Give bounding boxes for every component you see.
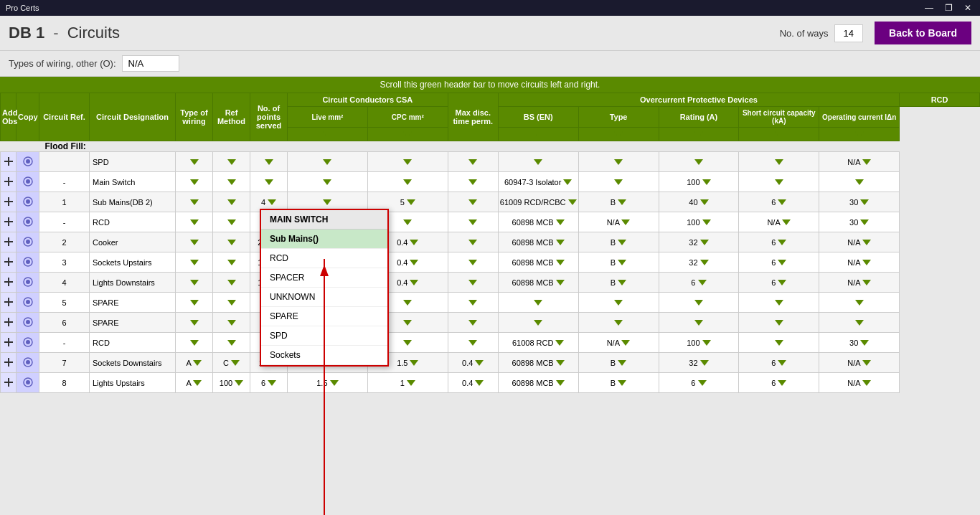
row-add-2[interactable] xyxy=(1,192,17,212)
row-copy-4[interactable] xyxy=(17,232,39,252)
row-refmethod-9[interactable] xyxy=(213,333,250,353)
row-copy-9[interactable] xyxy=(17,333,39,353)
row-copy-5[interactable] xyxy=(17,252,39,273)
row-maxdisc-4[interactable] xyxy=(448,232,498,252)
row-rating-7[interactable] xyxy=(659,293,739,313)
row-type-10[interactable]: A xyxy=(176,353,213,373)
row-copy-7[interactable] xyxy=(17,293,39,313)
row-add-3[interactable] xyxy=(1,212,17,232)
back-to-board-button[interactable]: Back to Board xyxy=(875,22,971,44)
row-cpc-11[interactable]: 1 xyxy=(367,373,448,393)
row-bs-7[interactable] xyxy=(498,293,578,313)
row-type2-8[interactable] xyxy=(578,313,659,333)
bs-sort[interactable] xyxy=(498,128,578,141)
row-shortcircuit-1[interactable] xyxy=(739,172,819,192)
row-shortcircuit-9[interactable] xyxy=(739,333,819,353)
row-rating-3[interactable]: 100 xyxy=(659,212,739,232)
row-refmethod-6[interactable] xyxy=(213,273,250,293)
wiring-value[interactable]: N/A xyxy=(122,55,179,72)
row-operating-10[interactable]: N/A xyxy=(819,353,900,373)
row-refmethod-2[interactable] xyxy=(213,192,250,212)
type-sort[interactable] xyxy=(578,128,659,141)
row-type-6[interactable] xyxy=(176,273,213,293)
row-rating-6[interactable]: 6 xyxy=(659,273,739,293)
live-sort[interactable] xyxy=(288,128,368,141)
row-type-3[interactable] xyxy=(176,212,213,232)
row-shortcircuit-11[interactable]: 6 xyxy=(739,373,819,393)
dropdown-item-spacer[interactable]: SPACER xyxy=(261,268,387,288)
row-copy-6[interactable] xyxy=(17,273,39,293)
row-operating-6[interactable]: N/A xyxy=(819,273,900,293)
row-shortcircuit-3[interactable]: N/A xyxy=(739,212,819,232)
row-type2-3[interactable]: N/A xyxy=(578,212,659,232)
row-maxdisc-9[interactable] xyxy=(448,333,498,353)
row-refmethod-10[interactable]: C xyxy=(213,353,250,373)
row-add-5[interactable] xyxy=(1,252,17,273)
row-refmethod-0[interactable] xyxy=(213,152,250,172)
row-copy-0[interactable] xyxy=(17,152,39,172)
row-bs-2[interactable]: 61009 RCD/RCBC xyxy=(498,192,578,212)
row-bs-8[interactable] xyxy=(498,313,578,333)
row-add-8[interactable] xyxy=(1,313,17,333)
row-points-0[interactable] xyxy=(250,152,288,172)
row-copy-3[interactable] xyxy=(17,212,39,232)
no-of-ways-value[interactable]: 14 xyxy=(834,24,863,42)
row-shortcircuit-4[interactable]: 6 xyxy=(739,232,819,252)
row-maxdisc-11[interactable]: 0.4 xyxy=(448,373,498,393)
row-shortcircuit-5[interactable]: 6 xyxy=(739,252,819,273)
close-button[interactable]: ✕ xyxy=(961,3,974,13)
row-shortcircuit-0[interactable] xyxy=(739,152,819,172)
shortcircuit-sort-icon[interactable] xyxy=(775,131,783,137)
row-type2-6[interactable]: B xyxy=(578,273,659,293)
row-cpc-1[interactable] xyxy=(367,172,448,192)
row-rating-5[interactable]: 32 xyxy=(659,252,739,273)
row-bs-9[interactable]: 61008 RCD xyxy=(498,333,578,353)
row-type-1[interactable] xyxy=(176,172,213,192)
dropdown-item-sockets[interactable]: Sockets xyxy=(261,346,387,365)
operating-sort[interactable] xyxy=(819,128,900,141)
row-bs-6[interactable]: 60898 MCB xyxy=(498,273,578,293)
type-sort-icon[interactable] xyxy=(614,131,623,137)
row-bs-11[interactable]: 60898 MCB xyxy=(498,373,578,393)
cpc-sort-icon[interactable] xyxy=(403,131,412,137)
row-refmethod-5[interactable] xyxy=(213,252,250,273)
rating-sort[interactable] xyxy=(659,128,739,141)
row-add-9[interactable] xyxy=(1,333,17,353)
row-refmethod-4[interactable] xyxy=(213,232,250,252)
row-add-11[interactable] xyxy=(1,373,17,393)
row-maxdisc-7[interactable] xyxy=(448,293,498,313)
dropdown-item-rcd[interactable]: RCD xyxy=(261,249,387,268)
row-maxdisc-8[interactable] xyxy=(448,313,498,333)
row-add-1[interactable] xyxy=(1,172,17,192)
shortcircuit-sort[interactable] xyxy=(739,128,819,141)
row-points-11[interactable]: 6 xyxy=(250,373,288,393)
row-operating-4[interactable]: N/A xyxy=(819,232,900,252)
row-live-1[interactable] xyxy=(288,172,368,192)
dropdown-item-unknown[interactable]: UNKNOWN xyxy=(261,288,387,307)
row-refmethod-1[interactable] xyxy=(213,172,250,192)
cpc-sort[interactable] xyxy=(367,128,448,141)
row-operating-11[interactable]: N/A xyxy=(819,373,900,393)
row-add-10[interactable] xyxy=(1,353,17,373)
row-add-7[interactable] xyxy=(1,293,17,313)
row-rating-8[interactable] xyxy=(659,313,739,333)
row-live-0[interactable] xyxy=(288,152,368,172)
row-bs-5[interactable]: 60898 MCB xyxy=(498,252,578,273)
row-type2-9[interactable]: N/A xyxy=(578,333,659,353)
row-maxdisc-5[interactable] xyxy=(448,252,498,273)
row-bs-0[interactable] xyxy=(498,152,578,172)
row-maxdisc-10[interactable]: 0.4 xyxy=(448,353,498,373)
dropdown-item-spd[interactable]: SPD xyxy=(261,326,387,346)
row-maxdisc-3[interactable] xyxy=(448,212,498,232)
row-maxdisc-0[interactable] xyxy=(448,152,498,172)
row-rating-4[interactable]: 32 xyxy=(659,232,739,252)
row-bs-3[interactable]: 60898 MCB xyxy=(498,212,578,232)
bs-sort-icon[interactable] xyxy=(534,131,542,137)
row-refmethod-3[interactable] xyxy=(213,212,250,232)
row-add-0[interactable] xyxy=(1,152,17,172)
row-refmethod-11[interactable]: 100 xyxy=(213,373,250,393)
row-copy-8[interactable] xyxy=(17,313,39,333)
row-type-8[interactable] xyxy=(176,313,213,333)
row-type2-7[interactable] xyxy=(578,293,659,313)
row-type2-5[interactable]: B xyxy=(578,252,659,273)
